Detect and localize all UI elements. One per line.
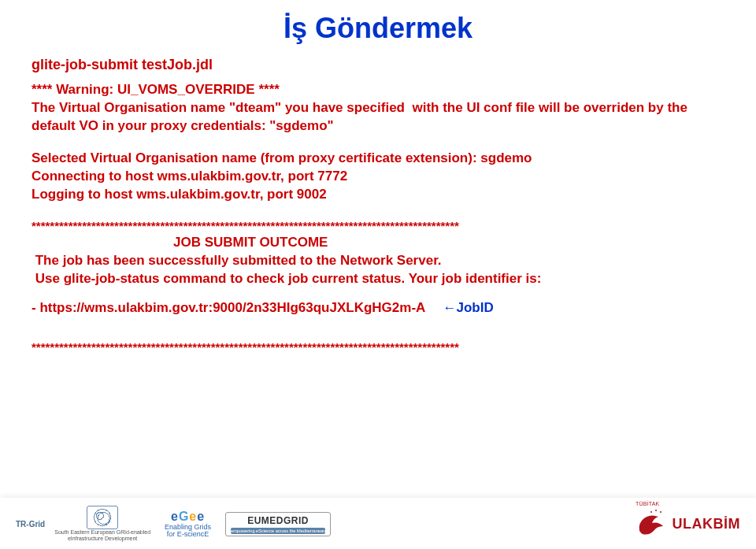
footer: TR-Grid South Eastern European GRid-enab… [0, 498, 756, 549]
ulakbim-logo: TÜBİTAK [635, 507, 668, 540]
see-grid-logo: South Eastern European GRid-enabled eInf… [54, 506, 150, 541]
separator-bottom: ****************************************… [32, 339, 724, 355]
eumedgrid-logo: EUMEDGRID empowering eScience across the… [225, 512, 331, 536]
warning-block: **** Warning: UI_VOMS_OVERRIDE **** The … [32, 81, 724, 135]
svg-point-2 [660, 511, 662, 513]
command-line: glite-job-submit testJob.jdl [32, 57, 724, 73]
eumed-name: EUMEDGRID [247, 515, 309, 526]
eumed-tagline: empowering eScience across the Mediterra… [231, 528, 325, 534]
outcome-block: ****************************************… [32, 218, 724, 355]
slide: İş Göndermek glite-job-submit testJob.jd… [0, 0, 756, 549]
jobid-line: - https://wms.ulakbim.gov.tr:9000/2n33HI… [32, 299, 724, 317]
svg-point-1 [655, 510, 657, 511]
separator-top: ****************************************… [32, 218, 724, 234]
ulakbim-top: TÜBİTAK [636, 501, 659, 506]
bird-icon [635, 507, 668, 540]
connect-block: Selected Virtual Organisation name (from… [32, 150, 724, 204]
jobid-url: - https://wms.ulakbim.gov.tr:9000/2n33HI… [32, 300, 425, 315]
tr-grid-label: TR-Grid [16, 520, 45, 529]
outcome-body: The job has been successfully submitted … [32, 252, 724, 288]
svg-point-0 [650, 511, 652, 513]
see-grid-sub2: eInfrastructure Development [68, 536, 137, 542]
jobid-annotation: ←JobID [443, 300, 493, 315]
outcome-label: JOB SUBMIT OUTCOME [32, 234, 724, 252]
ulakbim-name: ULAKBİM [673, 516, 741, 532]
footer-left: TR-Grid South Eastern European GRid-enab… [16, 506, 331, 541]
footer-right: TÜBİTAK ULAKBİM [635, 507, 741, 540]
egee-logo: eGee Enabling Grids for E-sciencE [165, 510, 211, 538]
slide-title: İş Göndermek [32, 12, 724, 45]
swirl-icon [87, 506, 118, 529]
egee-name: eGee [171, 510, 205, 524]
see-grid-sub1: South Eastern European GRid-enabled [54, 529, 150, 536]
egee-sub2: for E-sciencE [167, 531, 209, 538]
